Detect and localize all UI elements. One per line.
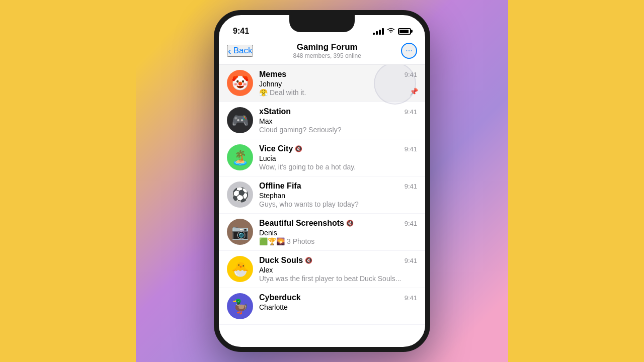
chat-header: Offline Fifa 9:41 [259, 182, 417, 191]
muted-icon: 🔇 [305, 257, 312, 264]
avatar-emoji: 🤡 [231, 75, 249, 92]
chat-time: 9:41 [405, 145, 417, 153]
avatar-emoji: ⚽ [231, 187, 249, 203]
chat-sender: Charlotte [259, 303, 417, 311]
chat-header: Memes 9:41 [259, 70, 417, 79]
chat-name: Offline Fifa [259, 182, 301, 191]
chat-header: xStation 9:41 [259, 107, 417, 116]
muted-icon: 🔇 [295, 145, 302, 152]
chat-message: Guys, who wants to play today? [259, 200, 417, 208]
chat-item[interactable]: 🦆 Cyberduck 9:41 Charlotte [219, 288, 425, 325]
back-button[interactable]: ‹ Back [227, 45, 253, 57]
chat-message: Utya was the first player to beat Duck S… [259, 275, 417, 283]
chat-name: Vice City🔇 [259, 144, 302, 153]
chat-time: 9:41 [405, 108, 417, 116]
avatar-emoji: 🦆 [231, 298, 249, 315]
chat-message: Cloud gaming? Seriously? [259, 126, 417, 134]
chat-header: Duck Souls🔇 9:41 [259, 256, 417, 265]
chat-avatar: 🎮 [227, 107, 253, 133]
chat-time: 9:41 [405, 257, 417, 264]
chat-content: Memes 9:41 Johnny 😤 Deal with it. [259, 70, 417, 97]
chat-avatar: ⚽ [227, 182, 253, 208]
back-label: Back [233, 46, 253, 56]
chat-avatar: 📷 [227, 219, 253, 245]
chat-message: Wow, it's going to be a hot day. [259, 163, 417, 171]
chat-item[interactable]: 🤡 Memes 9:41 Johnny 😤 Deal with it. 📌 [219, 65, 425, 102]
chat-content: Duck Souls🔇 9:41 Alex Utya was the first… [259, 256, 417, 283]
chat-sender: Johnny [259, 80, 417, 88]
chat-content: Vice City🔇 9:41 Lucia Wow, it's going to… [259, 144, 417, 171]
chat-name: Cyberduck [259, 293, 301, 302]
more-button[interactable]: ··· [401, 43, 417, 59]
chat-item[interactable]: 🐣 Duck Souls🔇 9:41 Alex Utya was the fir… [219, 251, 425, 288]
chat-sender: Alex [259, 266, 417, 274]
signal-icon [373, 28, 384, 35]
chat-name: Beautiful Screenshots🔇 [259, 219, 354, 228]
nav-title: Gaming Forum [293, 42, 361, 52]
avatar-emoji: 📷 [231, 224, 249, 240]
chat-name: xStation [259, 107, 291, 116]
left-panel [0, 0, 136, 362]
notch [289, 15, 355, 32]
chat-content: Beautiful Screenshots🔇 9:41 Denis 🟩🏆🌄 3 … [259, 219, 417, 245]
chat-name: Duck Souls🔇 [259, 256, 312, 265]
chat-item[interactable]: 🏝️ Vice City🔇 9:41 Lucia Wow, it's going… [219, 139, 425, 176]
chat-avatar: 🤡 [227, 70, 253, 96]
chat-message: 😤 Deal with it. [259, 88, 417, 97]
chat-item[interactable]: ⚽ Offline Fifa 9:41 Stephan Guys, who wa… [219, 176, 425, 214]
chat-header: Vice City🔇 9:41 [259, 144, 417, 153]
chat-avatar: 🏝️ [227, 144, 253, 170]
chat-sender: Max [259, 117, 417, 125]
back-chevron-icon: ‹ [228, 46, 231, 56]
chat-header: Beautiful Screenshots🔇 9:41 [259, 219, 417, 228]
chat-time: 9:41 [405, 71, 417, 78]
nav-bar: ‹ Back Gaming Forum 848 members, 395 onl… [219, 40, 425, 65]
nav-title-wrap: Gaming Forum 848 members, 395 online [293, 42, 361, 59]
chat-name: Memes [259, 70, 286, 79]
avatar-emoji: 🎮 [231, 112, 249, 129]
chat-sender: Stephan [259, 192, 417, 200]
chat-time: 9:41 [405, 294, 417, 302]
avatar-emoji: 🏝️ [231, 149, 249, 166]
chat-item[interactable]: 📷 Beautiful Screenshots🔇 9:41 Denis 🟩🏆🌄 … [219, 214, 425, 251]
wifi-icon [387, 27, 395, 35]
chat-avatar: 🦆 [227, 293, 253, 319]
message-emoji: 😤 [259, 88, 268, 97]
chat-sender: Denis [259, 229, 417, 237]
more-icon: ··· [406, 46, 412, 55]
chat-time: 9:41 [405, 220, 417, 227]
chat-content: Cyberduck 9:41 Charlotte [259, 293, 417, 312]
chat-message: 🟩🏆🌄 3 Photos [259, 237, 417, 245]
avatar-emoji: 🐣 [231, 261, 249, 278]
nav-subtitle: 848 members, 395 online [293, 52, 361, 59]
status-time: 9:41 [233, 27, 249, 36]
right-panel [508, 0, 644, 362]
chat-time: 9:41 [405, 183, 417, 190]
status-icons [373, 27, 411, 35]
chat-sender: Lucia [259, 154, 417, 162]
phone-frame: 9:41 ‹ Back [214, 10, 430, 352]
muted-icon: 🔇 [346, 220, 354, 227]
message-emoji: 🟩🏆🌄 [259, 237, 285, 245]
chat-content: xStation 9:41 Max Cloud gaming? Seriousl… [259, 107, 417, 134]
chat-avatar: 🐣 [227, 256, 253, 282]
pin-icon: 📌 [410, 87, 418, 96]
chat-header: Cyberduck 9:41 [259, 293, 417, 302]
chat-item[interactable]: 🎮 xStation 9:41 Max Cloud gaming? Seriou… [219, 102, 425, 139]
chat-list: 🤡 Memes 9:41 Johnny 😤 Deal with it. 📌 🎮 … [219, 65, 425, 345]
chat-content: Offline Fifa 9:41 Stephan Guys, who want… [259, 182, 417, 208]
battery-icon [398, 28, 411, 35]
